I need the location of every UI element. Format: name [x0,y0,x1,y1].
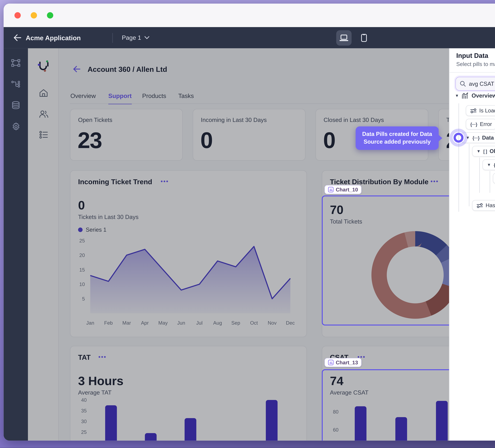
caret-down-icon[interactable]: ▼ [477,149,481,154]
kpi-value: 2 [446,127,449,154]
svg-text:Jun: Jun [177,320,185,326]
svg-text:25: 25 [79,238,85,243]
svg-text:Feb: Feb [104,320,113,326]
builder-sidebar [4,48,28,441]
pill-is-loading[interactable]: Is Loading [466,105,495,116]
toggle-mini-icon [477,203,483,208]
kpi-title: T [446,116,449,123]
app-name: Acme Application [26,34,81,41]
chart-headline-value: 0 [78,199,85,213]
chart-caption: Tickets in Last 30 Days [78,213,138,220]
tab-tasks[interactable]: Tasks [178,93,194,103]
tab-overview[interactable]: Overview [70,93,96,103]
tab-products[interactable]: Products [142,93,166,103]
chart-title: Incoming Ticket Trend [78,178,152,186]
panel-divider [450,72,495,73]
input-data-title: Input Data [456,52,488,59]
desktop-view-button[interactable] [336,30,352,45]
svg-text:10: 10 [79,281,85,287]
svg-text:35: 35 [81,408,87,414]
kpi-value: 0 [200,127,212,154]
pill-index-0[interactable]: ▼ {···} 0 [482,159,495,170]
pill-has-more[interactable]: Has More [472,200,495,211]
svg-text:40: 40 [81,397,87,403]
svg-text:30: 30 [81,419,87,424]
minimize-window-button[interactable] [31,12,37,18]
tabs-divider [70,103,449,104]
caret-down-icon[interactable]: ▼ [487,163,491,167]
task-list-icon[interactable] [39,131,48,140]
editor-canvas[interactable]: Account 360 / Allen Ltd Overview Support… [28,48,449,441]
screenshot-root: Acme Application Page 1 100% [0,0,495,448]
kpi-card-open-tickets[interactable]: Open Tickets 23 [70,109,183,161]
back-icon[interactable] [14,34,21,41]
svg-text:Jan: Jan [86,320,94,326]
chart-legend: Series 1 [78,226,107,233]
pill-error[interactable]: {···} Error [466,119,495,129]
svg-text:Dec: Dec [286,320,295,326]
input-data-subtitle: Select pills to map data [456,61,495,67]
svg-text:Apr: Apr [141,320,149,326]
braces-icon: {···} [472,135,480,140]
walkthrough-spotlight-target [454,133,463,143]
chevron-down-icon [144,36,149,39]
mobile-view-button[interactable] [356,30,371,45]
page-selector[interactable]: Page 1 [122,34,149,41]
pill-objects[interactable]: ▼ [ ] Objects [472,146,495,156]
braces-icon: {···} [494,162,495,167]
svg-text:Mar: Mar [122,320,131,326]
components-frame-icon[interactable] [11,58,20,67]
svg-text:20: 20 [79,252,85,258]
page-tree-icon[interactable] [11,79,20,88]
tree-guide-line [490,171,490,193]
tree-root-label: Overview | Avg CSAT [471,93,495,99]
svg-text:15: 15 [79,267,85,273]
chart-icon [328,187,333,192]
kpi-card-incoming-30-days[interactable]: Incoming in Last 30 Days 0 [193,109,306,161]
page-title: Account 360 / Allen Ltd [87,66,167,74]
caret-down-icon[interactable]: ▼ [455,94,459,98]
svg-text:May: May [158,320,168,326]
close-window-button[interactable] [14,12,21,18]
zoom-window-button[interactable] [47,12,53,18]
widget-menu-icon[interactable]: ••• [161,180,169,183]
svg-text:Sep: Sep [231,320,240,326]
toggle-mini-icon [470,108,477,113]
braces-icon: {···} [470,122,477,127]
search-icon [460,81,466,87]
brackets-icon: [ ] [483,149,487,154]
home-icon[interactable] [39,89,48,99]
svg-text:Oct: Oct [250,320,258,326]
svg-text:Jul: Jul [196,320,203,326]
data-sources-icon[interactable] [11,101,20,110]
tab-support[interactable]: Support [108,93,132,104]
walkthrough-tooltip: Data Pills created for Data Source added… [356,126,439,150]
dashboard-back-icon[interactable] [73,66,80,74]
dashboard-app-sidebar [28,48,59,441]
settings-gear-icon[interactable] [11,122,20,131]
pill-search-input[interactable]: avg CSAT ✕ [455,77,495,91]
pill-columns[interactable]: ▼ {···} Columns [493,173,495,184]
chart-icon [328,360,333,365]
desktop-background: Acme Application Page 1 100% [0,0,495,448]
svg-text:Nov: Nov [268,320,276,326]
tree-root-row[interactable]: ▼ Overview | Avg CSAT [455,93,495,99]
input-data-panel: Input Data Select pills to map data avg … [449,48,495,441]
tree-guide-line [469,144,469,206]
tree-guide-line [459,103,459,212]
svg-text:25: 25 [81,429,87,435]
svg-text:5: 5 [82,296,85,302]
users-icon[interactable] [39,110,48,120]
widget-tat[interactable]: TAT ••• 3 Hours Average TAT 25303540 [70,346,307,441]
widget-badge-chart13[interactable]: Chart_13 [325,358,362,367]
svg-text:Aug: Aug [213,320,222,326]
app-logo [37,60,50,74]
kpi-value: 23 [78,127,102,154]
window-titlebar [4,4,495,27]
widget-badge-chart10[interactable]: Chart_10 [325,185,362,194]
selection-outline-chart13 [322,369,449,441]
tree-guide-line [479,157,480,193]
legend-dot [78,228,83,232]
widget-incoming-ticket-trend[interactable]: Incoming Ticket Trend ••• 0 Tickets in L… [70,170,307,337]
kpi-title: Open Tickets [78,116,112,123]
